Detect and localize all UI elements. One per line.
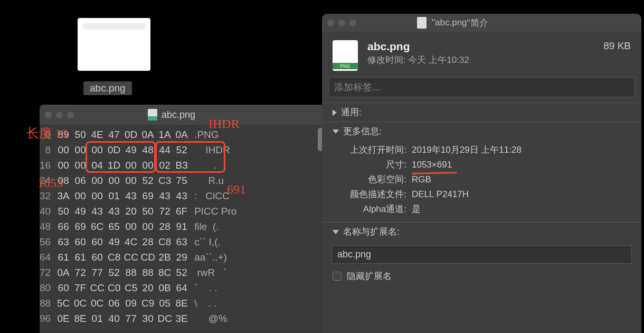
color-profile-label: 颜色描述文件: — [333, 187, 406, 202]
colorspace-label: 色彩空间: — [333, 172, 406, 187]
minimize-icon[interactable] — [56, 112, 63, 118]
last-opened-label: 上次打开时间: — [333, 143, 406, 158]
hide-extension-row[interactable]: 隐藏扩展名 — [322, 268, 641, 284]
hex-offset: 48 — [40, 219, 51, 234]
hex-ascii-row: \ . . — [194, 295, 325, 311]
dimensions-value: 1053×691 — [412, 158, 452, 172]
hex-ascii-row: : CiCC — [194, 188, 325, 204]
section-general[interactable]: 通用: — [322, 103, 641, 122]
hex-offset: 72 — [40, 265, 51, 280]
info-title-filename: abc.png — [435, 17, 467, 28]
annotation-ihdr: IHDR — [209, 117, 240, 131]
hex-row: 607FCCC0C5200B64 — [55, 280, 190, 295]
hex-ascii-row: PICC Pro — [194, 204, 325, 219]
alpha-value: 是 — [412, 202, 421, 217]
hex-row: 0A72775288888C52 — [55, 265, 190, 280]
file-icon — [417, 17, 427, 29]
hex-row: 0000000D49484452 — [55, 142, 190, 158]
hex-viewer-window: abc.png 081624324048566472808896 89504E4… — [40, 105, 325, 333]
section-more-info[interactable]: 更多信息: — [322, 122, 641, 141]
info-window-titlebar[interactable]: "abc.png"简介 — [322, 14, 641, 32]
hex-ascii-row: IHDR — [194, 142, 325, 158]
window-controls[interactable] — [327, 20, 356, 26]
info-filename: abc.png — [367, 40, 469, 53]
zoom-icon[interactable] — [349, 20, 356, 26]
info-properties: 上次打开时间:2019年10月29日 上午11:28 尺寸:1053×691 色… — [322, 141, 641, 222]
close-icon[interactable] — [45, 112, 52, 118]
hex-row: 5C0C0C0609C9058E — [55, 295, 190, 311]
window-controls[interactable] — [45, 112, 74, 118]
alpha-label: Alpha通道: — [333, 202, 406, 217]
desktop-file-name[interactable]: abc.png — [83, 81, 132, 95]
hex-row: 66696C6500002891 — [55, 219, 190, 234]
annotation-length: 长度 13 — [26, 125, 68, 142]
file-thumbnail-icon — [333, 40, 358, 71]
dimensions-label: 尺寸: — [333, 158, 406, 172]
hex-offset: 32 — [40, 188, 51, 204]
file-icon — [148, 109, 157, 121]
hex-window-titlebar[interactable]: abc.png — [40, 105, 325, 125]
hex-row: 3A00000143694343 — [55, 188, 190, 204]
chevron-down-icon — [333, 230, 339, 234]
hex-offset: 96 — [40, 311, 51, 326]
hide-extension-checkbox[interactable] — [333, 272, 342, 281]
hex-ascii-row: ` . . — [194, 280, 325, 295]
section-name-ext[interactable]: 名称与扩展名: — [322, 222, 641, 241]
hex-row: 080600000052C375 — [55, 173, 190, 188]
hex-ascii-row: . — [194, 158, 325, 173]
modified-label: 修改时间: — [367, 55, 406, 65]
hex-ascii-row: aa``..+) — [194, 249, 325, 265]
zoom-icon[interactable] — [67, 112, 74, 118]
hex-offset: 80 — [40, 280, 51, 295]
hex-offset: 88 — [40, 295, 51, 311]
hex-offset: 64 — [40, 249, 51, 265]
hex-window-title: abc.png — [162, 109, 195, 121]
hide-extension-label: 隐藏扩展名 — [347, 270, 392, 282]
chevron-down-icon — [333, 130, 339, 134]
colorspace-value: RGB — [412, 172, 431, 187]
close-icon[interactable] — [327, 20, 334, 26]
name-input[interactable]: abc.png — [332, 245, 632, 264]
hex-row: 0E8E01407730DC3E — [55, 311, 190, 326]
info-title-suffix: "简介 — [467, 17, 488, 29]
minimize-icon[interactable] — [338, 20, 345, 26]
modified-value: 今天 上午10:32 — [408, 55, 469, 65]
hex-row: 616160C8CCCD2B29 — [55, 249, 190, 265]
hex-offset: 56 — [40, 234, 51, 249]
get-info-window: "abc.png"简介 abc.png 修改时间: 今天 上午10:32 89 … — [322, 14, 641, 333]
hex-row: 636060494C28C863 — [55, 234, 190, 249]
hex-row: 0000041D000002B3 — [55, 158, 190, 173]
hex-offset: 8 — [40, 142, 51, 158]
hex-ascii-row: rwR ` — [194, 265, 325, 280]
color-profile-value: DELL P2417H — [412, 187, 469, 202]
chevron-right-icon — [333, 109, 337, 116]
hex-row: 89504E470D0A1A0A — [55, 127, 190, 142]
last-opened-value: 2019年10月29日 上午11:28 — [412, 143, 522, 158]
hex-offset: 40 — [40, 204, 51, 219]
hex-ascii-row: @% — [194, 311, 325, 326]
file-size: 89 KB — [603, 40, 631, 52]
tags-input[interactable]: 添加标签... — [328, 77, 635, 97]
hex-offset: 16 — [40, 158, 51, 173]
hex-ascii-row: c`` I,(. — [194, 234, 325, 249]
hex-ascii-row: R.u — [194, 173, 325, 188]
desktop-file-thumbnail[interactable] — [78, 18, 150, 71]
annotation-height: 691 — [227, 182, 246, 197]
hex-row: 504943432050726F — [55, 204, 190, 219]
hex-ascii-row: file (. — [194, 219, 325, 234]
annotation-width: 1053 — [37, 176, 63, 190]
